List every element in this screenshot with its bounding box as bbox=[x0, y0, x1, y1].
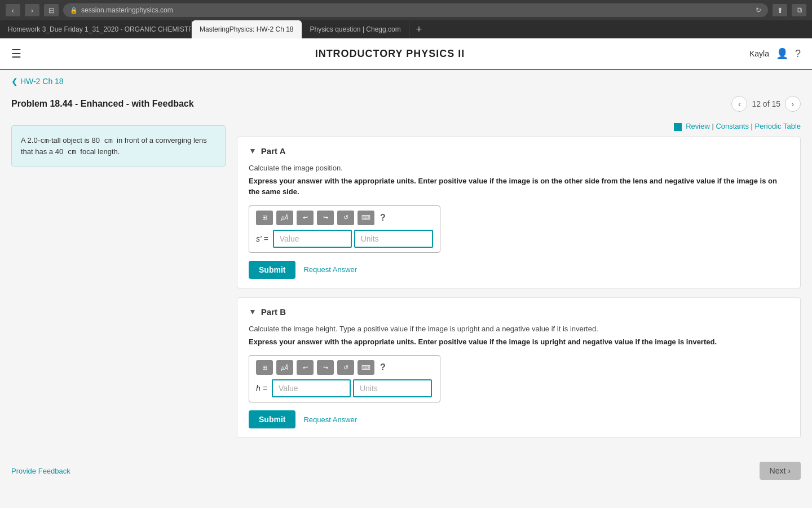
provide-feedback-button[interactable]: Provide Feedback bbox=[11, 467, 70, 475]
share-button[interactable]: ⬆ bbox=[773, 4, 787, 16]
main-layout: A 2.0-cm-tall object is 80 cm in front o… bbox=[0, 120, 812, 447]
part-a-math-input: ⊞ μÅ ↩ ↪ ↺ ⌨ ? s′ = bbox=[249, 205, 440, 253]
tab-2[interactable]: MasteringPhysics: HW-2 Ch 18 bbox=[192, 20, 302, 38]
constants-link[interactable]: Constants bbox=[716, 122, 749, 130]
footer-bar: Provide Feedback Next › bbox=[0, 453, 812, 489]
lock-icon: 🔒 bbox=[70, 7, 78, 14]
new-tab-button[interactable]: + bbox=[409, 20, 429, 38]
browser-chrome: ‹ › ⊟ 🔒 session.masteringphysics.com ↻ ⬆… bbox=[0, 0, 812, 20]
part-a-request-answer[interactable]: Request Answer bbox=[303, 265, 357, 274]
part-a-input-row: s′ = bbox=[256, 230, 433, 248]
part-a-header[interactable]: ▼ Part A bbox=[249, 146, 789, 156]
part-a-redo-btn[interactable]: ↪ bbox=[317, 211, 334, 225]
part-b-redo-btn[interactable]: ↪ bbox=[317, 360, 334, 375]
problem-title: Problem 18.44 - Enhanced - with Feedback bbox=[11, 99, 194, 109]
hamburger-menu[interactable]: ☰ bbox=[11, 47, 21, 60]
part-b-description: Calculate the image height. Type a posit… bbox=[249, 325, 789, 333]
part-a-label: Part A bbox=[261, 146, 286, 156]
part-b-section: ▼ Part B Calculate the image height. Typ… bbox=[237, 297, 801, 439]
part-a-value-input[interactable] bbox=[273, 230, 352, 248]
part-b-help-btn[interactable]: ? bbox=[380, 362, 386, 373]
sidebar: A 2.0-cm-tall object is 80 cm in front o… bbox=[11, 120, 237, 447]
part-b-symbol-btn[interactable]: μÅ bbox=[276, 360, 293, 375]
part-a-units-input[interactable] bbox=[354, 230, 433, 248]
part-b-math-input: ⊞ μÅ ↩ ↪ ↺ ⌨ ? h = bbox=[249, 355, 440, 402]
part-a-description: Calculate the image position. bbox=[249, 164, 789, 172]
problem-navigation: ‹ 12 of 15 › bbox=[731, 96, 801, 112]
part-a-undo-btn[interactable]: ↩ bbox=[297, 211, 314, 225]
tab-1[interactable]: Homework 3_Due Friday 1_31_2020 - ORGANI… bbox=[0, 20, 192, 38]
periodic-table-link[interactable]: Periodic Table bbox=[755, 122, 801, 130]
part-b-instruction: Express your answer with the appropriate… bbox=[249, 336, 789, 348]
part-b-matrix-btn[interactable]: ⊞ bbox=[256, 360, 273, 375]
address-bar[interactable]: 🔒 session.masteringphysics.com ↻ bbox=[63, 3, 768, 17]
part-a-toolbar: ⊞ μÅ ↩ ↪ ↺ ⌨ ? bbox=[256, 211, 433, 225]
part-a-matrix-btn[interactable]: ⊞ bbox=[256, 211, 273, 225]
part-b-value-input[interactable] bbox=[272, 379, 351, 397]
part-b-collapse-arrow[interactable]: ▼ bbox=[249, 307, 257, 316]
review-icon bbox=[674, 123, 682, 131]
username-label: Kayla bbox=[749, 49, 769, 58]
tab-view-button[interactable]: ⊟ bbox=[44, 4, 59, 16]
part-b-units-input[interactable] bbox=[353, 379, 432, 397]
part-b-reset-btn[interactable]: ↺ bbox=[337, 360, 354, 375]
reload-button[interactable]: ↻ bbox=[756, 6, 761, 14]
part-b-toolbar: ⊞ μÅ ↩ ↪ ↺ ⌨ ? bbox=[256, 360, 433, 375]
back-button[interactable]: ‹ bbox=[6, 4, 20, 16]
part-b-keyboard-btn[interactable]: ⌨ bbox=[358, 360, 374, 375]
problem-title-bar: Problem 18.44 - Enhanced - with Feedback… bbox=[0, 93, 812, 120]
breadcrumb-link[interactable]: ❮ HW-2 Ch 18 bbox=[11, 77, 64, 86]
app-header: ☰ INTRODUCTORY PHYSICS II Kayla 👤 ? bbox=[0, 38, 812, 70]
part-a-reset-btn[interactable]: ↺ bbox=[337, 211, 354, 225]
part-a-actions: Submit Request Answer bbox=[249, 261, 789, 279]
url-text: session.masteringphysics.com bbox=[81, 6, 173, 14]
part-b-submit-button[interactable]: Submit bbox=[249, 410, 295, 428]
part-a-collapse-arrow[interactable]: ▼ bbox=[249, 146, 257, 155]
fullscreen-button[interactable]: ⧉ bbox=[792, 4, 806, 16]
user-icon[interactable]: 👤 bbox=[776, 47, 788, 60]
breadcrumb: ❮ HW-2 Ch 18 bbox=[0, 70, 812, 93]
part-a-keyboard-btn[interactable]: ⌨ bbox=[358, 211, 374, 225]
part-a-section: ▼ Part A Calculate the image position. E… bbox=[237, 137, 801, 288]
part-a-submit-button[interactable]: Submit bbox=[249, 261, 295, 279]
review-link[interactable]: Review bbox=[686, 122, 710, 130]
part-a-symbol-btn[interactable]: μÅ bbox=[276, 211, 293, 225]
part-a-instruction: Express your answer with the appropriate… bbox=[249, 176, 789, 198]
part-b-label: Part B bbox=[261, 307, 286, 317]
next-chevron-icon: › bbox=[788, 466, 791, 475]
part-a-help-btn[interactable]: ? bbox=[380, 213, 386, 223]
prev-problem-button[interactable]: ‹ bbox=[731, 96, 747, 112]
problem-counter: 12 of 15 bbox=[752, 99, 780, 108]
problem-statement: A 2.0-cm-tall object is 80 cm in front o… bbox=[11, 125, 226, 167]
part-a-variable: s′ = bbox=[256, 234, 268, 243]
part-b-input-row: h = bbox=[256, 379, 433, 397]
part-b-variable: h = bbox=[256, 384, 267, 393]
top-links: Review | Constants | Periodic Table bbox=[237, 120, 801, 137]
part-b-actions: Submit Request Answer bbox=[249, 410, 789, 428]
problem-statement-text: A 2.0-cm-tall object is 80 cm in front o… bbox=[21, 136, 207, 156]
next-problem-button[interactable]: › bbox=[785, 96, 801, 112]
header-right: Kayla 👤 ? bbox=[749, 47, 801, 60]
next-button[interactable]: Next › bbox=[760, 462, 801, 480]
part-b-undo-btn[interactable]: ↩ bbox=[297, 360, 314, 375]
tab-3[interactable]: Physics question | Chegg.com bbox=[302, 20, 409, 38]
help-icon[interactable]: ? bbox=[795, 48, 801, 60]
forward-button[interactable]: › bbox=[25, 4, 39, 16]
tab-bar: Homework 3_Due Friday 1_31_2020 - ORGANI… bbox=[0, 20, 812, 38]
content-area: Review | Constants | Periodic Table ▼ Pa… bbox=[237, 120, 801, 447]
app-title: INTRODUCTORY PHYSICS II bbox=[30, 48, 749, 60]
part-b-request-answer[interactable]: Request Answer bbox=[303, 415, 357, 424]
part-b-header[interactable]: ▼ Part B bbox=[249, 307, 789, 317]
